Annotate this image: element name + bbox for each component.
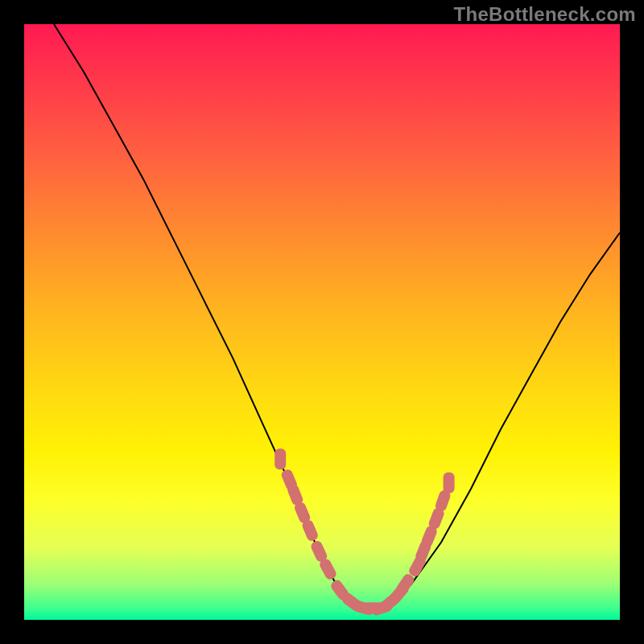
- chart-frame: TheBottleneck.com: [0, 0, 644, 644]
- plot-area: [24, 24, 620, 620]
- watermark-text: TheBottleneck.com: [454, 3, 636, 26]
- fit-marker: [444, 473, 455, 493]
- marker-layer: [275, 448, 454, 617]
- chart-svg: [24, 24, 620, 620]
- curve-layer: [54, 24, 620, 608]
- bottleneck-curve-path: [54, 24, 620, 608]
- fit-marker: [275, 448, 286, 469]
